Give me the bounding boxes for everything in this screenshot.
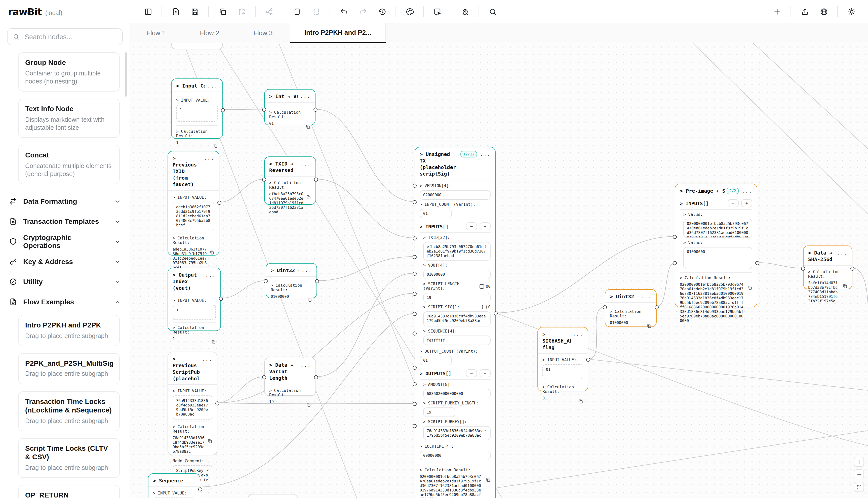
- zoom-in-button[interactable]: [854, 457, 864, 467]
- minimap-button[interactable]: [458, 4, 472, 18]
- version-port[interactable]: [413, 184, 417, 188]
- tab-active-intro-p2pkh[interactable]: Intro P2PKH and P2...: [290, 23, 386, 43]
- node-previous-txid[interactable]: > Previous TXID (from faucet)... > INPUT…: [168, 151, 219, 255]
- output-port[interactable]: [215, 402, 219, 405]
- locktime-port[interactable]: [413, 424, 417, 428]
- amount-port[interactable]: [413, 366, 417, 370]
- copy-button[interactable]: [306, 192, 311, 202]
- tab-flow-1[interactable]: Flow 1: [129, 23, 183, 43]
- node-menu-button[interactable]: ...: [185, 477, 195, 484]
- palette-card-concat[interactable]: Concat Concatenate multiple elements (ge…: [18, 145, 120, 184]
- vout-port[interactable]: [413, 255, 417, 259]
- copy-button[interactable]: [578, 396, 583, 406]
- theme-toggle-button[interactable]: [844, 4, 858, 18]
- copy-button[interactable]: [485, 475, 491, 484]
- node-int-varint[interactable]: > Int → VarInt... > Calculation Result: …: [264, 89, 315, 125]
- script-sig-port[interactable]: [413, 292, 417, 296]
- script-pubkey-length-field[interactable]: 19: [423, 407, 455, 417]
- input-value-field[interactable]: adeb1a3862f107736dd31c9fb179f9811d2eebed…: [172, 202, 215, 231]
- import-button[interactable]: [169, 4, 183, 18]
- copy-button[interactable]: [207, 436, 212, 446]
- copy-button[interactable]: [211, 337, 216, 346]
- example-card-p2pk-p2sh-multisig[interactable]: P2PK_and_P2SH_MultiSig Drag to place ent…: [18, 353, 120, 384]
- output-port[interactable]: [198, 487, 202, 492]
- override-checkbox[interactable]: [480, 284, 484, 288]
- search-input[interactable]: [24, 32, 117, 41]
- output-port[interactable]: [217, 201, 221, 205]
- input-port[interactable]: [262, 178, 266, 182]
- share-button[interactable]: [262, 4, 276, 18]
- category-cryptographic-operations[interactable]: Cryptographic Operations: [0, 232, 129, 251]
- remove-output-button[interactable]: −: [466, 369, 477, 377]
- sequence-port[interactable]: [413, 312, 417, 316]
- history-button[interactable]: [375, 4, 389, 18]
- copy-button[interactable]: [647, 321, 652, 330]
- node-menu-button[interactable]: ...: [300, 160, 311, 167]
- copy-button[interactable]: [307, 295, 312, 304]
- copy-button[interactable]: [306, 400, 311, 409]
- undo-button[interactable]: [337, 4, 351, 18]
- node-uint32-le4-b[interactable]: > Uint32 → LE-4... > Calculation Result:…: [605, 289, 657, 327]
- copy-button[interactable]: [842, 281, 847, 291]
- output-port[interactable]: [219, 297, 223, 301]
- input-count-field[interactable]: 01: [420, 209, 452, 218]
- save-button[interactable]: [188, 4, 202, 18]
- export-button[interactable]: [798, 4, 812, 18]
- add-group-button[interactable]: [309, 4, 323, 18]
- amount-field[interactable]: 6836020000000000: [423, 389, 491, 398]
- add-input-button[interactable]: +: [480, 222, 491, 231]
- output-port[interactable]: [314, 178, 318, 182]
- node-menu-button[interactable]: ...: [300, 93, 310, 100]
- example-card-script-time-locks[interactable]: Script Time Locks (CLTV & CSV) Drag to p…: [18, 438, 120, 478]
- category-key-address[interactable]: Key & Address: [0, 251, 129, 272]
- add-output-button[interactable]: +: [480, 369, 491, 377]
- fit-view-button[interactable]: [854, 482, 864, 492]
- script-pubkey-port[interactable]: [413, 402, 417, 406]
- partial-node-top[interactable]: 2: [171, 43, 223, 49]
- node-sighash-all-flag[interactable]: > SIGHASH_ALL flag... > INPUT VALUE: 01 …: [537, 327, 588, 391]
- output-port[interactable]: [221, 108, 225, 112]
- node-data-varint-length[interactable]: > Data → VarInt Length... > Calculation …: [264, 358, 316, 396]
- node-previous-scriptpubkey[interactable]: > Previous ScriptPubKey (placeholder)...…: [168, 352, 217, 455]
- sequence-field[interactable]: fdffffff: [423, 336, 491, 345]
- input-value-field[interactable]: 76a914333d1836c8f4db933eae179bd5bf5ec920…: [172, 395, 212, 420]
- node-menu-button[interactable]: ...: [205, 272, 216, 278]
- output-port[interactable]: [851, 266, 854, 271]
- flow-canvas[interactable]: 2 > Input Count... > INPUT VALUE: 1 > Ca…: [129, 43, 868, 498]
- copy-button[interactable]: [213, 141, 218, 150]
- tab-flow-3[interactable]: Flow 3: [236, 23, 290, 43]
- node-txid-reversed[interactable]: > TXID → Reversed... > Calculation Resul…: [264, 156, 316, 205]
- search-button[interactable]: [485, 4, 500, 18]
- input-value-field[interactable]: 1: [176, 105, 218, 122]
- add-input-button[interactable]: +: [741, 199, 752, 207]
- output-port[interactable]: [586, 358, 590, 362]
- output-port[interactable]: [755, 261, 759, 265]
- paste-button[interactable]: [234, 4, 249, 18]
- toggle-sidebar-button[interactable]: [141, 4, 155, 18]
- script-length-field[interactable]: 19: [423, 293, 491, 302]
- output-count-port[interactable]: [413, 331, 417, 336]
- output-port[interactable]: [655, 305, 659, 309]
- output-port[interactable]: [494, 311, 498, 315]
- script-sig-field[interactable]: 76a914333d1836c8f4db933eae179bd5bf5ec920…: [423, 311, 491, 326]
- node-menu-button[interactable]: ...: [207, 82, 218, 89]
- new-flow-button[interactable]: [770, 4, 784, 18]
- example-card-intro-p2pkh[interactable]: Intro P2PKH and P2PK Drag to place entir…: [18, 315, 120, 346]
- node-menu-button[interactable]: ...: [202, 356, 212, 362]
- input-port[interactable]: [264, 279, 268, 283]
- input-port[interactable]: [801, 266, 805, 271]
- txid-port[interactable]: [413, 236, 417, 240]
- node-menu-button[interactable]: ...: [573, 331, 583, 338]
- tab-flow-2[interactable]: Flow 2: [183, 23, 236, 43]
- node-uint32-le4-a[interactable]: > Uint32 → LE-4... > Calculation Result:…: [266, 263, 317, 298]
- select-mode-button[interactable]: [430, 4, 444, 18]
- palette-card-text-info-node[interactable]: Text Info Node Displays markdown text wi…: [18, 99, 120, 138]
- input-port[interactable]: [603, 305, 607, 309]
- txid-field[interactable]: efbcb8a25b793c067470ea61edeb2e1d81f979b1…: [423, 242, 491, 261]
- remove-input-button[interactable]: −: [728, 199, 739, 207]
- script-pubkey-field[interactable]: 76a914333d1836c8f4db933eae179bd5bf5ec920…: [423, 426, 491, 440]
- input-port[interactable]: [262, 108, 266, 112]
- copy-button[interactable]: [209, 248, 215, 257]
- node-menu-button[interactable]: ...: [300, 362, 311, 368]
- vout-field[interactable]: 01000000: [423, 270, 491, 279]
